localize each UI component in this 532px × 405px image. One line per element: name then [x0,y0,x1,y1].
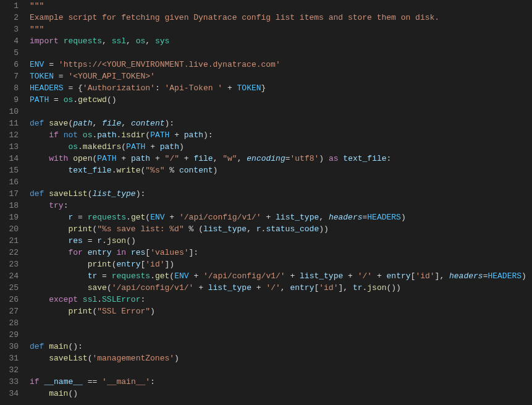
token: 'id' [319,283,338,292]
line-number: 12 [0,129,19,141]
code-line[interactable] [30,106,532,117]
code-line[interactable] [30,47,532,59]
line-number: 10 [0,106,19,117]
token: PATH [126,142,145,151]
code-line[interactable] [30,329,532,341]
token: '/' [266,283,280,292]
token: ( [193,224,203,234]
token [97,377,102,386]
token: json [107,236,126,245]
line-number: 16 [0,176,19,188]
token: r [256,224,261,234]
code-line[interactable]: TOKEN = '<YOUR_API_TOKEN>' [30,70,532,82]
token: list_type [300,271,343,281]
token: encoding [247,154,285,163]
line-number: 14 [0,153,19,164]
token: get [155,271,169,281]
token: main [49,342,68,351]
token: res [68,236,82,245]
token: : [387,154,392,163]
code-line[interactable]: if __name__ == '__main__': [30,376,532,388]
token: list_type [276,213,319,222]
code-line[interactable]: for entry in res['values']: [30,247,532,258]
token: "%s save list: %d" [97,224,184,234]
token [49,95,54,104]
line-number: 23 [0,258,19,270]
code-line[interactable]: Example script for fetching given Dynatr… [30,12,532,23]
code-line[interactable]: main() [30,388,532,399]
token: + [174,130,179,140]
token: { [73,83,83,93]
code-line[interactable]: res = r.json() [30,235,532,247]
token: ) [521,271,526,281]
token: path [73,119,92,128]
line-number-gutter: 1234567891011121314151617181920212223242… [0,0,27,405]
token [295,271,300,281]
code-line[interactable]: def main(): [30,341,532,352]
code-line[interactable]: """ [30,23,532,35]
token [150,154,155,163]
code-line[interactable]: ENV = 'https://<YOUR_ENVIRONMENT.live.dy… [30,59,532,70]
token: requests [64,36,102,46]
code-line[interactable]: with open(PATH + path + "/" + file, "w",… [30,153,532,164]
token: . [150,271,155,281]
token: . [97,295,102,304]
code-line[interactable]: try: [30,200,532,211]
token: 'values' [150,248,188,257]
token [73,213,78,222]
token [126,248,131,257]
line-number: 11 [0,117,19,129]
token [145,142,150,151]
token: print [68,224,92,234]
code-line[interactable] [30,176,532,188]
code-line[interactable]: HEADERS = {'Authorization': 'Api-Token '… [30,82,532,94]
token [271,213,276,222]
line-number: 6 [0,59,19,70]
code-line[interactable]: print(entry['id']) [30,258,532,270]
token [343,271,348,281]
token: ) [319,154,329,163]
token [251,283,256,292]
code-line[interactable]: def save(path, file, content): [30,117,532,129]
line-number: 8 [0,82,19,94]
line-number: 22 [0,247,19,258]
token [54,60,59,69]
token [59,36,64,46]
code-line[interactable]: print("%s save list: %d" % (list_type, r… [30,223,532,235]
code-line[interactable]: def saveList(list_type): [30,188,532,200]
token: ( [145,130,150,140]
token: def [30,189,44,198]
token: 'Api-Token ' [164,83,222,93]
token: TOKEN [30,72,54,81]
line-number: 24 [0,270,19,282]
token: as [329,154,339,163]
code-editor[interactable]: """Example script for fetching given Dyn… [27,0,532,405]
token [222,83,227,93]
code-line[interactable]: save('/api/config/v1/' + list_type + '/'… [30,282,532,294]
code-line[interactable]: os.makedirs(PATH + path) [30,141,532,153]
line-number: 27 [0,305,19,317]
token: tr [88,271,98,281]
token: ): [203,130,213,140]
code-line[interactable]: tr = requests.get(ENV + '/api/config/v1/… [30,270,532,282]
code-line[interactable]: PATH = os.getcwd() [30,94,532,106]
code-line[interactable] [30,317,532,329]
token: list_type [203,224,247,234]
line-number: 26 [0,294,19,305]
code-line[interactable]: print("SSL Error") [30,305,532,317]
token: ENV [174,271,188,281]
code-line[interactable]: except ssl.SSLError: [30,294,532,305]
token: ENV [30,60,44,69]
token: os [68,142,78,151]
token: )) [319,224,329,234]
code-line[interactable]: """ [30,0,532,12]
code-line[interactable]: r = requests.get(ENV + '/api/config/v1/'… [30,211,532,223]
code-line[interactable]: text_file.write("%s" % content) [30,164,532,176]
code-line[interactable] [30,364,532,376]
token: if [49,130,59,140]
token [179,130,184,140]
code-line[interactable]: import requests, ssl, os, sys [30,35,532,47]
code-line[interactable]: if not os.path.isdir(PATH + path): [30,129,532,141]
token: PATH [150,130,169,140]
code-line[interactable]: saveList('managementZones') [30,352,532,364]
